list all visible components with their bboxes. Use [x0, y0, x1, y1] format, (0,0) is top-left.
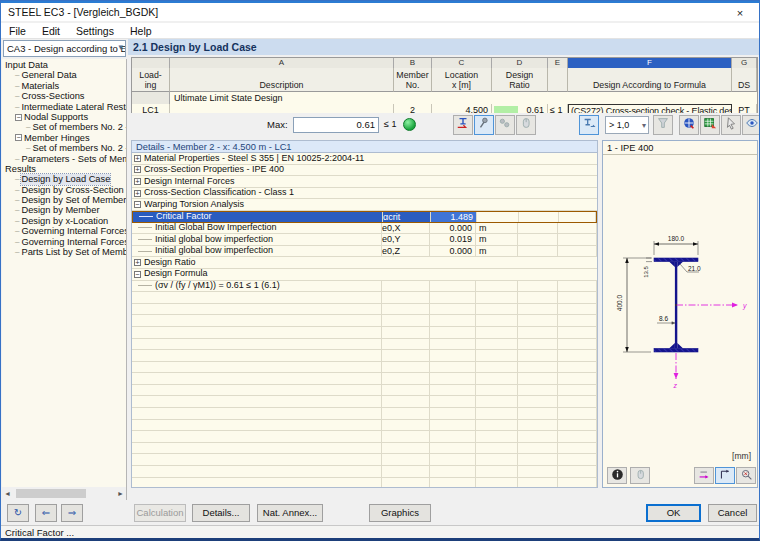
details-item-row[interactable]: (σv / (fy / γM1)) = 0.61 ≤ 1 (6.1) — [132, 281, 597, 293]
details-value-cell[interactable]: 0.000 — [430, 246, 476, 257]
mouse-info-button[interactable] — [630, 467, 650, 484]
details-empty-cell[interactable] — [518, 408, 558, 419]
details-empty-cell[interactable] — [518, 396, 558, 407]
details-empty-cell[interactable] — [132, 396, 382, 407]
result-diagrams-button[interactable] — [453, 115, 473, 135]
details-button[interactable]: Details... — [192, 504, 250, 522]
details-empty-row[interactable] — [132, 292, 597, 304]
details-empty-cell[interactable] — [558, 315, 597, 326]
details-empty-cell[interactable] — [382, 304, 430, 315]
details-empty-cell[interactable] — [132, 304, 382, 315]
details-extra-cell[interactable] — [518, 246, 558, 257]
details-empty-cell[interactable] — [132, 339, 382, 350]
select-in-graphic-button[interactable] — [721, 115, 741, 135]
details-empty-cell[interactable] — [476, 396, 518, 407]
details-group-row[interactable]: +Cross-Section Properties - IPE 400 — [132, 165, 597, 177]
details-symbol-cell[interactable] — [382, 281, 430, 292]
details-extra-cell[interactable] — [559, 212, 596, 222]
details-extra-cell[interactable] — [558, 223, 597, 234]
details-empty-cell[interactable] — [558, 478, 597, 488]
details-empty-cell[interactable] — [518, 292, 558, 303]
details-empty-row[interactable] — [132, 454, 597, 466]
axes-toggle-button[interactable] — [715, 467, 735, 484]
details-label-cell[interactable]: −Warping Torsion Analysis — [132, 199, 597, 210]
ratio-filter-select[interactable]: > 1,0 ▾ — [605, 116, 649, 134]
details-empty-cell[interactable] — [382, 350, 430, 361]
menu-item-settings[interactable]: Settings — [68, 25, 122, 37]
details-group-row[interactable]: +Material Properties - Steel S 355 | EN … — [132, 153, 597, 165]
sidebar-item-results[interactable]: Results — [2, 164, 126, 174]
details-group-row[interactable]: −Warping Torsion Analysis — [132, 199, 597, 211]
details-empty-cell[interactable] — [132, 466, 382, 477]
sidebar-item-parameters-sets-of-members[interactable]: –Parameters - Sets of Members — [2, 154, 126, 164]
details-empty-cell[interactable] — [382, 420, 430, 431]
details-value-cell[interactable]: 0.019 — [430, 234, 476, 245]
details-label-cell[interactable]: −Design Formula — [132, 269, 597, 280]
details-empty-row[interactable] — [132, 431, 597, 443]
details-empty-cell[interactable] — [430, 396, 476, 407]
details-empty-cell[interactable] — [558, 396, 597, 407]
details-empty-cell[interactable] — [518, 431, 558, 442]
details-empty-cell[interactable] — [430, 292, 476, 303]
details-value-cell[interactable]: 1.489 — [431, 212, 477, 222]
details-empty-cell[interactable] — [558, 327, 597, 338]
details-empty-cell[interactable] — [382, 478, 430, 488]
details-group-row[interactable]: +Cross-Section Classification - Class 1 — [132, 188, 597, 200]
sidebar-item-set-of-members-no-2-sta[interactable]: –Set of members No. 2 - Sta — [2, 122, 126, 132]
details-label-cell[interactable]: +Design Internal Forces — [132, 176, 597, 187]
sidebar-item-input-data[interactable]: Input Data — [2, 60, 126, 70]
details-empty-cell[interactable] — [430, 362, 476, 373]
details-empty-cell[interactable] — [518, 466, 558, 477]
details-empty-cell[interactable] — [558, 385, 597, 396]
details-empty-cell[interactable] — [476, 315, 518, 326]
details-label-cell[interactable]: Initial global bow imperfection — [132, 246, 382, 257]
menu-item-help[interactable]: Help — [122, 25, 160, 37]
details-empty-cell[interactable] — [430, 408, 476, 419]
details-empty-cell[interactable] — [558, 431, 597, 442]
sidebar-item-design-by-member[interactable]: –Design by Member — [2, 205, 126, 215]
details-empty-cell[interactable] — [430, 373, 476, 384]
details-empty-cell[interactable] — [430, 350, 476, 361]
sidebar-item-parts-list-by-set-of-members[interactable]: –Parts List by Set of Members — [2, 247, 126, 257]
details-group-row[interactable]: +Design Internal Forces — [132, 176, 597, 188]
details-empty-cell[interactable] — [558, 373, 597, 384]
details-label-cell[interactable]: +Cross-Section Properties - IPE 400 — [132, 165, 597, 176]
details-empty-cell[interactable] — [476, 385, 518, 396]
details-empty-cell[interactable] — [382, 315, 430, 326]
details-empty-cell[interactable] — [476, 408, 518, 419]
details-empty-cell[interactable] — [476, 350, 518, 361]
details-empty-cell[interactable] — [382, 385, 430, 396]
details-empty-row[interactable] — [132, 408, 597, 420]
expander-icon[interactable]: + — [134, 155, 141, 162]
details-empty-cell[interactable] — [558, 304, 597, 315]
tree-horizontal-scrollbar[interactable]: ◄ ► — [2, 487, 127, 500]
details-empty-cell[interactable] — [132, 443, 382, 454]
calculation-button[interactable]: Calculation — [134, 504, 186, 522]
expander-icon[interactable]: + — [134, 259, 141, 266]
details-value-cell[interactable]: 0.000 — [430, 223, 476, 234]
dimensions-toggle-button[interactable] — [694, 467, 714, 484]
details-empty-row[interactable] — [132, 420, 597, 432]
sidebar-item-intermediate-lateral-restraints[interactable]: –Intermediate Lateral Restraints — [2, 102, 126, 112]
details-empty-cell[interactable] — [382, 339, 430, 350]
details-empty-cell[interactable] — [558, 339, 597, 350]
details-empty-cell[interactable] — [430, 315, 476, 326]
sidebar-item-design-by-set-of-members[interactable]: –Design by Set of Members — [2, 195, 126, 205]
details-empty-cell[interactable] — [430, 431, 476, 442]
sidebar-item-general-data[interactable]: –General Data — [2, 70, 126, 80]
details-unit-cell[interactable]: m — [476, 246, 518, 257]
details-empty-cell[interactable] — [430, 339, 476, 350]
expander-icon[interactable]: + — [134, 190, 141, 197]
details-group-row[interactable]: −Design Formula — [132, 269, 597, 281]
details-empty-row[interactable] — [132, 339, 597, 351]
show-exceeded-button[interactable] — [579, 115, 599, 135]
max-value-field[interactable]: 0.61 — [293, 117, 379, 133]
details-empty-cell[interactable] — [558, 292, 597, 303]
details-empty-cell[interactable] — [132, 478, 382, 488]
excel-export-button[interactable] — [700, 115, 720, 135]
details-empty-cell[interactable] — [132, 454, 382, 465]
details-unit-cell[interactable] — [477, 212, 519, 222]
sidebar-item-design-by-x-location[interactable]: –Design by x-Location — [2, 216, 126, 226]
details-extra-cell[interactable] — [558, 234, 597, 245]
nat-annex-button[interactable]: Nat. Annex... — [257, 504, 323, 522]
